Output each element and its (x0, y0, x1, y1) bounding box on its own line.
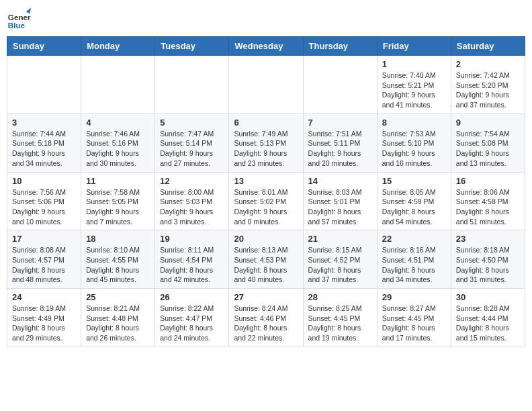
day-info: Sunrise: 8:00 AM Sunset: 5:03 PM Dayligh… (160, 187, 224, 227)
day-number: 21 (308, 234, 372, 244)
calendar-cell: 8Sunrise: 7:53 AM Sunset: 5:10 PM Daylig… (377, 113, 451, 172)
calendar-cell: 18Sunrise: 8:10 AM Sunset: 4:55 PM Dayli… (81, 230, 155, 289)
day-number: 29 (382, 292, 446, 302)
day-info: Sunrise: 7:47 AM Sunset: 5:14 PM Dayligh… (160, 129, 224, 169)
day-number: 24 (12, 292, 76, 302)
day-number: 17 (12, 234, 76, 244)
day-info: Sunrise: 7:53 AM Sunset: 5:10 PM Dayligh… (382, 129, 446, 169)
calendar-cell: 17Sunrise: 8:08 AM Sunset: 4:57 PM Dayli… (7, 230, 81, 289)
day-info: Sunrise: 7:42 AM Sunset: 5:20 PM Dayligh… (456, 71, 520, 110)
calendar-cell: 11Sunrise: 7:58 AM Sunset: 5:05 PM Dayli… (81, 172, 155, 230)
day-info: Sunrise: 8:08 AM Sunset: 4:57 PM Dayligh… (12, 245, 76, 285)
header-friday: Friday (377, 37, 451, 56)
day-info: Sunrise: 8:15 AM Sunset: 4:52 PM Dayligh… (308, 245, 372, 285)
day-number: 27 (234, 292, 298, 302)
day-number: 3 (12, 118, 76, 128)
svg-text:Blue: Blue (8, 21, 26, 30)
day-number: 4 (86, 118, 150, 128)
day-info: Sunrise: 8:27 AM Sunset: 4:45 PM Dayligh… (382, 304, 446, 343)
day-number: 16 (456, 176, 520, 186)
calendar-cell (155, 56, 229, 114)
calendar-cell (229, 56, 303, 114)
calendar-cell: 14Sunrise: 8:03 AM Sunset: 5:01 PM Dayli… (303, 172, 377, 230)
calendar-cell: 3Sunrise: 7:44 AM Sunset: 5:18 PM Daylig… (7, 113, 81, 172)
calendar-cell: 1Sunrise: 7:40 AM Sunset: 5:21 PM Daylig… (377, 56, 451, 114)
day-info: Sunrise: 7:46 AM Sunset: 5:16 PM Dayligh… (86, 129, 150, 169)
calendar-cell: 20Sunrise: 8:13 AM Sunset: 4:53 PM Dayli… (229, 230, 303, 289)
calendar-cell: 23Sunrise: 8:18 AM Sunset: 4:50 PM Dayli… (451, 230, 525, 289)
day-number: 12 (160, 176, 224, 186)
day-info: Sunrise: 8:24 AM Sunset: 4:46 PM Dayligh… (234, 304, 298, 343)
day-number: 25 (86, 292, 150, 302)
calendar-table: SundayMondayTuesdayWednesdayThursdayFrid… (7, 36, 525, 347)
day-info: Sunrise: 7:54 AM Sunset: 5:08 PM Dayligh… (456, 129, 520, 169)
day-number: 18 (86, 234, 150, 244)
calendar-cell: 4Sunrise: 7:46 AM Sunset: 5:16 PM Daylig… (81, 113, 155, 172)
calendar-cell: 5Sunrise: 7:47 AM Sunset: 5:14 PM Daylig… (155, 113, 229, 172)
calendar-cell: 24Sunrise: 8:19 AM Sunset: 4:49 PM Dayli… (7, 289, 81, 347)
calendar-cell: 19Sunrise: 8:11 AM Sunset: 4:54 PM Dayli… (155, 230, 229, 289)
calendar-cell: 10Sunrise: 7:56 AM Sunset: 5:06 PM Dayli… (7, 172, 81, 230)
day-number: 28 (308, 292, 372, 302)
day-number: 19 (160, 234, 224, 244)
calendar-cell (303, 56, 377, 114)
day-number: 30 (456, 292, 520, 302)
day-info: Sunrise: 8:18 AM Sunset: 4:50 PM Dayligh… (456, 245, 520, 285)
calendar-cell: 28Sunrise: 8:25 AM Sunset: 4:45 PM Dayli… (303, 289, 377, 347)
header-monday: Monday (81, 37, 155, 56)
calendar-cell: 21Sunrise: 8:15 AM Sunset: 4:52 PM Dayli… (303, 230, 377, 289)
calendar-cell: 13Sunrise: 8:01 AM Sunset: 5:02 PM Dayli… (229, 172, 303, 230)
calendar-cell: 27Sunrise: 8:24 AM Sunset: 4:46 PM Dayli… (229, 289, 303, 347)
day-number: 15 (382, 176, 446, 186)
day-number: 6 (234, 118, 298, 128)
day-info: Sunrise: 7:44 AM Sunset: 5:18 PM Dayligh… (12, 129, 76, 169)
day-info: Sunrise: 8:22 AM Sunset: 4:47 PM Dayligh… (160, 304, 224, 343)
calendar-cell: 25Sunrise: 8:21 AM Sunset: 4:48 PM Dayli… (81, 289, 155, 347)
day-info: Sunrise: 8:25 AM Sunset: 4:45 PM Dayligh… (308, 304, 372, 343)
calendar-cell: 6Sunrise: 7:49 AM Sunset: 5:13 PM Daylig… (229, 113, 303, 172)
logo-icon: General Blue (7, 7, 31, 31)
day-info: Sunrise: 8:10 AM Sunset: 4:55 PM Dayligh… (86, 245, 150, 285)
calendar-cell: 12Sunrise: 8:00 AM Sunset: 5:03 PM Dayli… (155, 172, 229, 230)
day-info: Sunrise: 8:03 AM Sunset: 5:01 PM Dayligh… (308, 187, 372, 227)
day-number: 9 (456, 118, 520, 128)
day-info: Sunrise: 8:13 AM Sunset: 4:53 PM Dayligh… (234, 245, 298, 285)
day-number: 20 (234, 234, 298, 244)
calendar-cell: 16Sunrise: 8:06 AM Sunset: 4:58 PM Dayli… (451, 172, 525, 230)
header-tuesday: Tuesday (155, 37, 229, 56)
calendar-cell: 2Sunrise: 7:42 AM Sunset: 5:20 PM Daylig… (451, 56, 525, 114)
day-number: 14 (308, 176, 372, 186)
day-number: 2 (456, 59, 520, 69)
calendar-week-4: 17Sunrise: 8:08 AM Sunset: 4:57 PM Dayli… (7, 230, 525, 289)
calendar-header-row: SundayMondayTuesdayWednesdayThursdayFrid… (7, 37, 525, 56)
header-thursday: Thursday (303, 37, 377, 56)
day-number: 26 (160, 292, 224, 302)
day-info: Sunrise: 7:56 AM Sunset: 5:06 PM Dayligh… (12, 187, 76, 227)
day-info: Sunrise: 8:28 AM Sunset: 4:44 PM Dayligh… (456, 304, 520, 343)
day-number: 11 (86, 176, 150, 186)
day-number: 5 (160, 118, 224, 128)
calendar-cell: 29Sunrise: 8:27 AM Sunset: 4:45 PM Dayli… (377, 289, 451, 347)
day-info: Sunrise: 7:40 AM Sunset: 5:21 PM Dayligh… (382, 71, 446, 110)
day-info: Sunrise: 8:16 AM Sunset: 4:51 PM Dayligh… (382, 245, 446, 285)
calendar-week-3: 10Sunrise: 7:56 AM Sunset: 5:06 PM Dayli… (7, 172, 525, 230)
day-info: Sunrise: 8:21 AM Sunset: 4:48 PM Dayligh… (86, 304, 150, 343)
calendar-cell: 26Sunrise: 8:22 AM Sunset: 4:47 PM Dayli… (155, 289, 229, 347)
day-info: Sunrise: 7:58 AM Sunset: 5:05 PM Dayligh… (86, 187, 150, 227)
day-number: 13 (234, 176, 298, 186)
header-saturday: Saturday (451, 37, 525, 56)
calendar-cell: 30Sunrise: 8:28 AM Sunset: 4:44 PM Dayli… (451, 289, 525, 347)
day-info: Sunrise: 8:19 AM Sunset: 4:49 PM Dayligh… (12, 304, 76, 343)
day-info: Sunrise: 8:11 AM Sunset: 4:54 PM Dayligh… (160, 245, 224, 285)
logo: General Blue (7, 7, 31, 31)
day-number: 1 (382, 59, 446, 69)
day-number: 8 (382, 118, 446, 128)
calendar-cell: 22Sunrise: 8:16 AM Sunset: 4:51 PM Dayli… (377, 230, 451, 289)
day-number: 22 (382, 234, 446, 244)
day-number: 10 (12, 176, 76, 186)
calendar-cell: 9Sunrise: 7:54 AM Sunset: 5:08 PM Daylig… (451, 113, 525, 172)
calendar-cell (7, 56, 81, 114)
day-info: Sunrise: 7:49 AM Sunset: 5:13 PM Dayligh… (234, 129, 298, 169)
calendar-week-5: 24Sunrise: 8:19 AM Sunset: 4:49 PM Dayli… (7, 289, 525, 347)
day-number: 23 (456, 234, 520, 244)
